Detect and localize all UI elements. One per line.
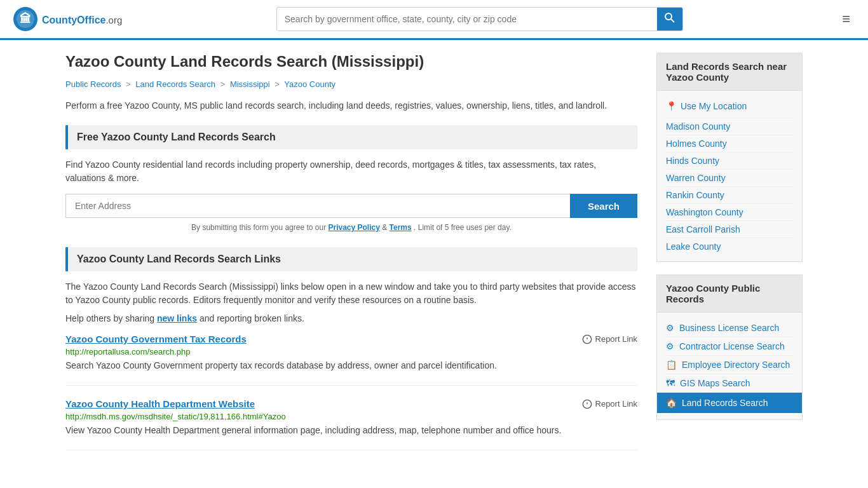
terms-link[interactable]: Terms [390, 223, 412, 232]
new-links-link[interactable]: new links [157, 313, 197, 323]
sidebar-link-leake[interactable]: Leake County [666, 238, 793, 255]
sidebar-public-records-header: Yazoo County Public Records [657, 275, 802, 313]
logo-text: CountyOffice.org [42, 12, 122, 27]
breadcrumb-mississippi[interactable]: Mississippi [230, 79, 270, 89]
free-search-header: Free Yazoo County Land Records Search [65, 125, 637, 149]
site-header: 🏛 CountyOffice.org ≡ [0, 0, 868, 40]
land-records-link[interactable]: Land Records Search [682, 398, 768, 408]
contractor-license-link[interactable]: Contractor License Search [679, 341, 785, 351]
sidebar-link-washington[interactable]: Washington County [666, 203, 793, 220]
report-link-2-label: Report Link [595, 399, 637, 409]
privacy-policy-link[interactable]: Privacy Policy [329, 223, 380, 232]
link-item-1: Yazoo County Government Tax Records Repo… [65, 334, 637, 386]
link-item-2-title[interactable]: Yazoo County Health Department Website [65, 398, 255, 409]
map-icon: 🗺 [666, 378, 675, 388]
link-item-2-desc: View Yazoo County Health Department gene… [65, 424, 637, 437]
svg-text:🏛: 🏛 [20, 12, 31, 25]
link-item-1-desc: Search Yazoo County Government property … [65, 359, 637, 372]
link-item-1-title[interactable]: Yazoo County Government Tax Records [65, 334, 247, 344]
link-item-1-url[interactable]: http://reportallusa.com/search.php [65, 347, 637, 356]
employee-directory-link[interactable]: Employee Directory Search [682, 360, 790, 370]
search-description: Find Yazoo County residential land recor… [65, 158, 637, 185]
breadcrumb: Public Records > Land Records Search > M… [65, 79, 637, 89]
briefcase-icon: 📋 [666, 360, 677, 370]
sidebar-link-holmes[interactable]: Holmes County [666, 135, 793, 152]
address-input[interactable] [65, 194, 570, 218]
svg-point-3 [665, 13, 672, 20]
logo-icon: 🏛 [13, 6, 38, 32]
link-item-2-url[interactable]: http://msdh.ms.gov/msdhsite/_static/19,8… [65, 412, 637, 421]
report-link-2[interactable]: Report Link [582, 399, 637, 409]
share-text: Help others by sharing new links and rep… [65, 313, 637, 323]
links-section: Yazoo County Land Records Search Links T… [65, 247, 637, 451]
hamburger-menu[interactable]: ≡ [837, 8, 855, 30]
header-search-bar[interactable] [276, 7, 683, 31]
pin-icon: 📍 [666, 101, 677, 111]
sidebar-link-rankin[interactable]: Rankin County [666, 186, 793, 203]
sidebar-nearby-box: Land Records Search near Yazoo County 📍 … [656, 53, 803, 262]
svg-line-4 [671, 19, 674, 22]
gis-maps-link[interactable]: GIS Maps Search [680, 378, 750, 388]
link-item-1-anchor[interactable]: Yazoo County Government Tax Records [65, 334, 247, 344]
sidebar-employee-directory[interactable]: 📋 Employee Directory Search [666, 355, 793, 374]
sidebar-link-east-carroll[interactable]: East Carroll Parish [666, 220, 793, 238]
report-link-1-label: Report Link [595, 334, 637, 344]
sidebar-nearby-content: 📍 Use My Location Madison County Holmes … [657, 91, 802, 261]
sidebar-gis-maps[interactable]: 🗺 GIS Maps Search [666, 374, 793, 392]
sidebar-public-records-content: ⚙ Business License Search ⚙ Contractor L… [657, 313, 802, 419]
links-description: The Yazoo County Land Records Search (Mi… [65, 280, 637, 307]
sidebar-public-records-box: Yazoo County Public Records ⚙ Business L… [656, 274, 803, 420]
sidebar: Land Records Search near Yazoo County 📍 … [656, 53, 803, 466]
use-my-location-label: Use My Location [681, 101, 747, 111]
sidebar-nearby-header: Land Records Search near Yazoo County [657, 53, 802, 91]
header-search-input[interactable] [277, 9, 657, 29]
intro-text: Perform a free Yazoo County, MS public l… [65, 99, 637, 112]
sidebar-link-hinds[interactable]: Hinds County [666, 152, 793, 169]
header-search-button[interactable] [657, 8, 682, 30]
gear-icon-2: ⚙ [666, 341, 674, 351]
link-item-2-header: Yazoo County Health Department Website R… [65, 398, 637, 409]
link-item-2: Yazoo County Health Department Website R… [65, 398, 637, 451]
sidebar-business-license[interactable]: ⚙ Business License Search [666, 319, 793, 337]
content-area: Yazoo County Land Records Search (Missis… [65, 53, 637, 466]
sidebar-land-records[interactable]: 🏠 Land Records Search [657, 392, 802, 413]
free-search-section: Free Yazoo County Land Records Search Fi… [65, 125, 637, 232]
gear-icon-1: ⚙ [666, 323, 674, 333]
page-title: Yazoo County Land Records Search (Missis… [65, 53, 637, 71]
links-section-header: Yazoo County Land Records Search Links [65, 247, 637, 271]
main-wrapper: Yazoo County Land Records Search (Missis… [53, 40, 815, 478]
breadcrumb-land-records[interactable]: Land Records Search [135, 79, 215, 89]
link-item-2-anchor[interactable]: Yazoo County Health Department Website [65, 398, 255, 409]
business-license-link[interactable]: Business License Search [679, 323, 779, 333]
address-search-row: Search [65, 194, 637, 218]
sidebar-contractor-license[interactable]: ⚙ Contractor License Search [666, 337, 793, 355]
breadcrumb-yazoo-county[interactable]: Yazoo County [284, 79, 336, 89]
sidebar-link-madison[interactable]: Madison County [666, 118, 793, 135]
search-button[interactable]: Search [570, 194, 637, 218]
sidebar-link-warren[interactable]: Warren County [666, 169, 793, 186]
home-icon: 🏠 [666, 398, 677, 408]
link-item-1-header: Yazoo County Government Tax Records Repo… [65, 334, 637, 344]
logo[interactable]: 🏛 CountyOffice.org [13, 6, 122, 32]
report-link-1[interactable]: Report Link [582, 334, 637, 344]
form-note: By submitting this form you agree to our… [65, 223, 637, 232]
breadcrumb-public-records[interactable]: Public Records [65, 79, 121, 89]
use-my-location-btn[interactable]: 📍 Use My Location [666, 97, 793, 115]
